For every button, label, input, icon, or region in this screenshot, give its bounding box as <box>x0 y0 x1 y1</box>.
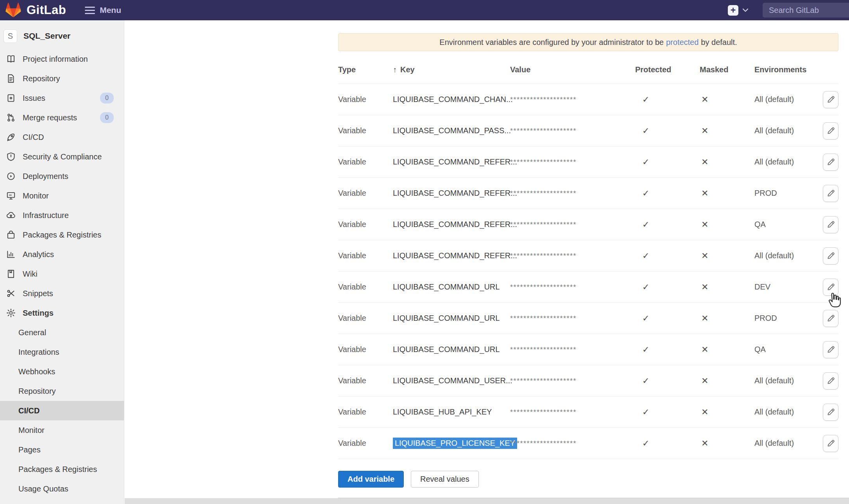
variable-key[interactable]: LIQUIBASE_PRO_LICENSE_KEY <box>393 438 517 449</box>
sidebar-item-packages-registries[interactable]: Packages & Registries <box>0 225 124 245</box>
sidebar-item-label: Merge requests <box>23 113 77 122</box>
edit-variable-button[interactable] <box>823 91 838 108</box>
settings-subitem-integrations[interactable]: Integrations <box>0 342 124 362</box>
variable-type: Variable <box>338 251 366 260</box>
reveal-values-button[interactable]: Reveal values <box>411 471 479 488</box>
project-sidebar: S SQL_Server Project information Reposit… <box>0 20 124 504</box>
settings-subitem-general[interactable]: General <box>0 323 124 342</box>
edit-variable-button[interactable] <box>823 279 838 296</box>
protected-link[interactable]: protected <box>666 38 699 47</box>
chart-icon <box>6 249 16 259</box>
edit-variable-button[interactable] <box>823 185 838 202</box>
variable-key[interactable]: LIQUIBASE_COMMAND_REFER... <box>393 251 517 260</box>
sidebar-item-settings[interactable]: Settings <box>0 303 124 323</box>
settings-subitem-usage-quotas[interactable]: Usage Quotas <box>0 479 124 499</box>
edit-variable-button[interactable] <box>823 310 838 327</box>
environment-scope: All (default) <box>754 376 794 385</box>
protected-check-icon: ✓ <box>635 126 649 136</box>
sidebar-item-label: Monitor <box>23 191 49 200</box>
variable-key[interactable]: LIQUIBASE_COMMAND_URL <box>393 282 500 291</box>
sidebar-item-repository[interactable]: Repository <box>0 69 124 88</box>
variable-key[interactable]: LIQUIBASE_COMMAND_URL <box>393 345 500 354</box>
masked-cross-icon: ✕ <box>700 313 708 323</box>
masked-cross-icon: ✕ <box>700 126 708 136</box>
variable-type: Variable <box>338 95 366 104</box>
sidebar-item-wiki[interactable]: Wiki <box>0 264 124 284</box>
sidebar-item-project-information[interactable]: Project information <box>0 49 124 69</box>
edit-variable-button[interactable] <box>823 404 838 421</box>
settings-subitem-packages-registries[interactable]: Packages & Registries <box>0 459 124 479</box>
cloud-icon <box>6 210 16 220</box>
protected-check-icon: ✓ <box>635 95 649 104</box>
variable-key[interactable]: LIQUIBASE_COMMAND_URL <box>393 314 500 323</box>
variable-key[interactable]: LIQUIBASE_COMMAND_REFER... <box>393 220 517 229</box>
sidebar-item-snippets[interactable]: Snippets <box>0 284 124 303</box>
masked-cross-icon: ✕ <box>700 407 708 417</box>
edit-variable-button[interactable] <box>823 372 838 390</box>
variable-key[interactable]: LIQUIBASE_COMMAND_CHAN... <box>393 95 513 104</box>
variable-key[interactable]: LIQUIBASE_COMMAND_REFER... <box>393 189 517 198</box>
pencil-icon <box>826 126 835 135</box>
sidebar-item-label: Project information <box>23 55 88 64</box>
edit-variable-button[interactable] <box>823 154 838 171</box>
protected-check-icon: ✓ <box>635 188 649 198</box>
menu-button[interactable]: Menu <box>85 5 121 15</box>
protected-check-icon: ✓ <box>635 157 649 167</box>
gitlab-logo[interactable]: GitLab <box>5 3 66 18</box>
variable-type: Variable <box>338 345 366 354</box>
banner-text-before: Environment variables are configured by … <box>439 38 664 47</box>
sidebar-item-deployments[interactable]: Deployments <box>0 166 124 186</box>
header-key[interactable]: Key <box>400 65 415 74</box>
environment-scope: All (default) <box>754 439 794 447</box>
document-icon <box>6 73 16 84</box>
variable-type: Variable <box>338 407 366 416</box>
settings-subitem-pages[interactable]: Pages <box>0 440 124 459</box>
sidebar-item-ci-cd[interactable]: CI/CD <box>0 127 124 147</box>
project-header[interactable]: S SQL_Server <box>0 26 124 46</box>
variable-key[interactable]: LIQUIBASE_COMMAND_PASS... <box>393 126 511 135</box>
header-value: Value <box>510 65 635 74</box>
banner-text-after: by default. <box>701 38 737 47</box>
masked-value: ******************** <box>510 346 577 354</box>
edit-variable-button[interactable] <box>823 341 838 358</box>
sidebar-item-label: Wiki <box>23 270 38 279</box>
variable-key[interactable]: LIQUIBASE_HUB_API_KEY <box>393 407 492 416</box>
sidebar-item-merge-requests[interactable]: Merge requests 0 <box>0 108 124 127</box>
edit-variable-button[interactable] <box>823 435 838 452</box>
settings-subitem-monitor[interactable]: Monitor <box>0 420 124 440</box>
edit-variable-button[interactable] <box>823 247 838 265</box>
add-variable-button[interactable]: Add variable <box>338 471 404 488</box>
sidebar-item-analytics[interactable]: Analytics <box>0 245 124 264</box>
rocket-icon <box>6 132 16 142</box>
variable-key[interactable]: LIQUIBASE_COMMAND_REFER... <box>393 157 517 166</box>
variable-row: Variable LIQUIBASE_COMMAND_USER... *****… <box>338 365 838 397</box>
sidebar-item-issues[interactable]: Issues 0 <box>0 88 124 108</box>
sidebar-item-security-compliance[interactable]: Security & Compliance <box>0 147 124 166</box>
variable-row: Variable LIQUIBASE_COMMAND_CHAN... *****… <box>338 84 838 115</box>
sidebar-item-monitor[interactable]: Monitor <box>0 186 124 206</box>
plus-icon: + <box>728 5 738 16</box>
settings-subitem-ci-cd[interactable]: CI/CD <box>0 401 124 420</box>
masked-cross-icon: ✕ <box>700 438 708 448</box>
brand-title: GitLab <box>27 3 66 17</box>
settings-submenu: General Integrations Webhooks Repository… <box>0 323 124 499</box>
masked-cross-icon: ✕ <box>700 251 708 261</box>
sidebar-item-infrastructure[interactable]: Infrastructure <box>0 206 124 225</box>
environment-scope: All (default) <box>754 251 794 260</box>
sort-ascending-icon[interactable]: ↑ <box>393 65 397 74</box>
edit-variable-button[interactable] <box>823 122 838 139</box>
pencil-icon <box>826 439 835 448</box>
variable-row: Variable LIQUIBASE_COMMAND_URL *********… <box>338 272 838 303</box>
protected-check-icon: ✓ <box>635 251 649 261</box>
variable-type: Variable <box>338 220 366 229</box>
variable-key[interactable]: LIQUIBASE_COMMAND_USER... <box>393 376 512 385</box>
pencil-icon <box>826 282 835 291</box>
edit-variable-button[interactable] <box>823 216 838 233</box>
top-navbar: GitLab Menu + <box>0 0 849 20</box>
settings-subitem-webhooks[interactable]: Webhooks <box>0 362 124 381</box>
settings-subitem-repository[interactable]: Repository <box>0 381 124 401</box>
sidebar-item-label: Infrastructure <box>23 211 69 220</box>
new-item-dropdown[interactable]: + <box>728 5 749 16</box>
protected-check-icon: ✓ <box>635 282 649 292</box>
search-input[interactable] <box>763 6 849 15</box>
